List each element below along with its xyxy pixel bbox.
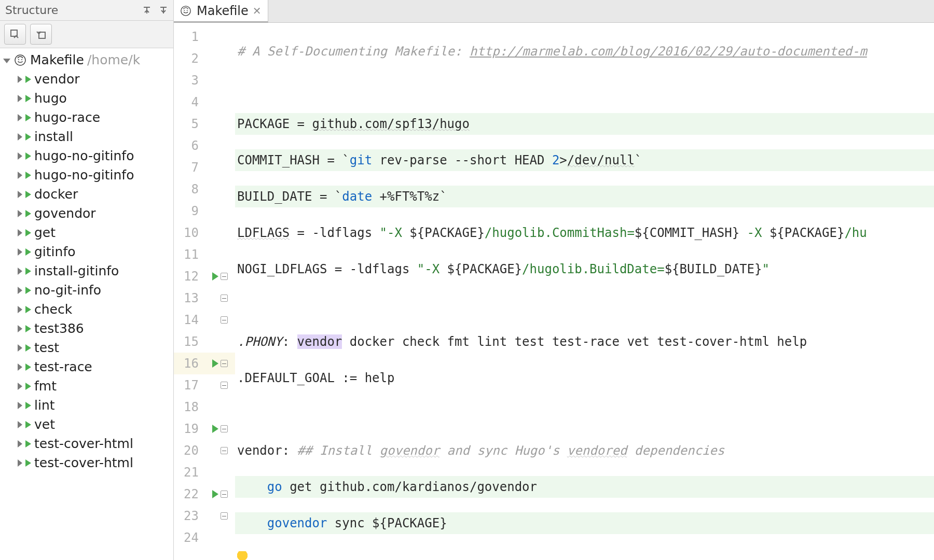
tree-item[interactable]: test — [0, 338, 173, 357]
gutter-marker[interactable] — [206, 440, 235, 461]
gutter-marker[interactable] — [206, 178, 235, 200]
gutter-marker[interactable] — [206, 222, 235, 244]
chevron-right-icon[interactable] — [18, 114, 22, 121]
run-icon[interactable] — [212, 272, 218, 281]
chevron-right-icon[interactable] — [18, 210, 22, 217]
tree-item[interactable]: govendor — [0, 204, 173, 223]
chevron-right-icon[interactable] — [18, 402, 22, 409]
target-icon — [25, 133, 31, 141]
tree-item[interactable]: install-gitinfo — [0, 261, 173, 281]
tree-item-label: test-cover-html — [34, 436, 133, 451]
tree-item[interactable]: vendor — [0, 69, 173, 89]
chevron-right-icon[interactable] — [18, 421, 22, 428]
gutter-marker[interactable] — [206, 461, 235, 483]
fold-icon[interactable] — [221, 491, 228, 498]
fold-icon[interactable] — [221, 316, 228, 324]
gutter-marker[interactable] — [206, 200, 235, 222]
gutter-marker[interactable] — [206, 157, 235, 178]
chevron-right-icon[interactable] — [18, 344, 22, 352]
chevron-right-icon[interactable] — [18, 459, 22, 467]
chevron-right-icon[interactable] — [18, 133, 22, 141]
tree-item[interactable]: docker — [0, 185, 173, 204]
tree-item[interactable]: test-race — [0, 357, 173, 376]
gutter-marker[interactable] — [206, 309, 235, 331]
gutter-marker[interactable] — [206, 396, 235, 418]
gutter-marker[interactable] — [206, 265, 235, 287]
gutter-marker[interactable] — [206, 113, 235, 135]
chevron-right-icon[interactable] — [18, 152, 22, 160]
chevron-right-icon[interactable] — [18, 95, 22, 102]
gutter-marker[interactable] — [206, 26, 235, 48]
tree-item[interactable]: check — [0, 300, 173, 319]
gutter-marker[interactable] — [206, 374, 235, 396]
gutter-marker[interactable] — [206, 527, 235, 549]
autoscroll-to-source-button[interactable] — [4, 24, 26, 45]
chevron-right-icon[interactable] — [18, 248, 22, 256]
code-area[interactable]: # A Self-Documenting Makefile: http://ma… — [235, 23, 934, 560]
editor-body[interactable]: 123456789101112131415161718192021222324 … — [174, 23, 934, 560]
chevron-right-icon[interactable] — [18, 76, 22, 83]
tree-item[interactable]: gitinfo — [0, 242, 173, 261]
chevron-right-icon[interactable] — [18, 268, 22, 275]
fold-icon[interactable] — [221, 273, 228, 280]
code-link[interactable]: http://marmelab.com/blog/2016/02/29/auto… — [470, 44, 867, 59]
tree-item[interactable]: vet — [0, 415, 173, 434]
run-icon[interactable] — [212, 490, 218, 498]
tree-item[interactable]: test-cover-html — [0, 453, 173, 472]
tree-item[interactable]: hugo — [0, 89, 173, 108]
line-number: 14 — [174, 309, 206, 331]
structure-tree[interactable]: Makefile /home/k vendorhugohugo-raceinst… — [0, 48, 173, 560]
target-icon — [25, 152, 31, 160]
chevron-right-icon[interactable] — [18, 306, 22, 313]
code-text: ${PACKAGE} — [372, 516, 447, 530]
tree-item[interactable]: get — [0, 223, 173, 242]
fold-icon[interactable] — [221, 360, 228, 367]
chevron-right-icon[interactable] — [18, 172, 22, 179]
run-icon[interactable] — [212, 359, 218, 368]
chevron-down-icon[interactable] — [3, 59, 10, 63]
gutter-marker[interactable] — [206, 244, 235, 265]
collapse-all-icon[interactable] — [157, 4, 170, 17]
tree-root[interactable]: Makefile /home/k — [0, 50, 173, 69]
svg-point-7 — [187, 10, 188, 11]
chevron-right-icon[interactable] — [18, 229, 22, 236]
run-icon[interactable] — [212, 425, 218, 433]
tree-item[interactable]: no-git-info — [0, 281, 173, 300]
fold-icon[interactable] — [221, 512, 228, 520]
tree-item[interactable]: test386 — [0, 319, 173, 338]
chevron-right-icon[interactable] — [18, 383, 22, 390]
expand-all-icon[interactable] — [140, 4, 154, 17]
tree-item[interactable]: hugo-no-gitinfo — [0, 165, 173, 185]
fold-icon[interactable] — [221, 447, 228, 454]
line-number: 8 — [174, 178, 206, 200]
tree-item[interactable]: install — [0, 127, 173, 146]
chevron-right-icon[interactable] — [18, 287, 22, 294]
tree-item[interactable]: hugo-no-gitinfo — [0, 146, 173, 165]
chevron-right-icon[interactable] — [18, 440, 22, 447]
gutter-marker[interactable] — [206, 135, 235, 157]
close-icon[interactable]: ✕ — [253, 5, 262, 17]
fold-icon[interactable] — [221, 382, 228, 389]
chevron-right-icon[interactable] — [18, 191, 22, 198]
autoscroll-from-source-button[interactable] — [30, 24, 52, 45]
tree-item-label: gitinfo — [34, 244, 76, 259]
chevron-right-icon[interactable] — [18, 325, 22, 332]
tree-item[interactable]: lint — [0, 396, 173, 415]
gutter-marker[interactable] — [206, 69, 235, 91]
gutter-marker[interactable] — [206, 48, 235, 69]
chevron-right-icon[interactable] — [18, 363, 22, 371]
fold-icon[interactable] — [221, 295, 228, 302]
tree-item[interactable]: hugo-race — [0, 108, 173, 127]
tab-makefile[interactable]: Makefile ✕ — [174, 0, 268, 23]
gutter-marker[interactable] — [206, 505, 235, 527]
gutter-marker[interactable] — [206, 91, 235, 113]
gutter-marker[interactable] — [206, 331, 235, 353]
tree-item[interactable]: test-cover-html — [0, 434, 173, 453]
tree-item[interactable]: fmt — [0, 376, 173, 396]
gutter-marker[interactable] — [206, 483, 235, 505]
fold-icon[interactable] — [221, 425, 228, 432]
gutter-marker[interactable] — [206, 353, 235, 374]
intention-bulb-icon[interactable] — [237, 551, 248, 560]
gutter-marker[interactable] — [206, 418, 235, 440]
gutter-marker[interactable] — [206, 287, 235, 309]
